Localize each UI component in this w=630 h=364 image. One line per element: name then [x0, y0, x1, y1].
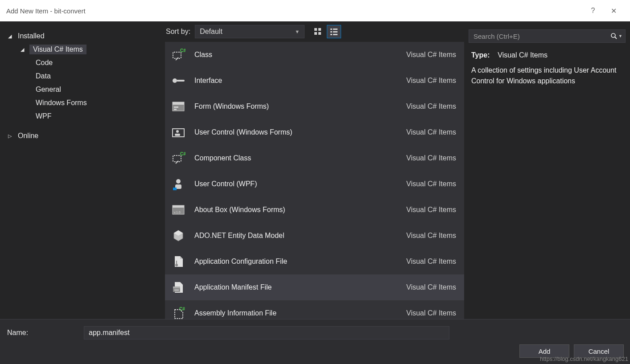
template-item-category: Visual C# Items — [406, 102, 456, 110]
sort-by-combo[interactable]: Default ▼ — [195, 25, 305, 38]
svg-rect-31 — [176, 261, 177, 264]
view-large-icons-button[interactable] — [311, 25, 325, 38]
add-button[interactable]: Add — [519, 344, 569, 358]
template-item[interactable]: v.1.0About Box (Windows Forms)Visual C# … — [165, 197, 464, 223]
tree-installed[interactable]: ◢ Installed — [2, 29, 163, 43]
asm-icon: C# — [169, 304, 187, 319]
form-icon — [169, 98, 187, 115]
name-label: Name: — [6, 329, 78, 337]
template-item[interactable]: Application Configuration FileVisual C# … — [165, 249, 464, 274]
template-item[interactable]: User Control (Windows Forms)Visual C# It… — [165, 119, 464, 145]
template-item[interactable]: User Control (WPF)Visual C# Items — [165, 171, 464, 197]
template-item-label: Form (Windows Forms) — [194, 102, 399, 110]
svg-rect-17 — [174, 106, 178, 108]
help-button[interactable]: ? — [583, 0, 603, 21]
template-item[interactable]: C#Component ClassVisual C# Items — [165, 145, 464, 171]
name-input[interactable] — [84, 326, 449, 339]
dialog-footer: Name: Add Cancel https://blog.csdn.net/k… — [0, 319, 630, 364]
template-item-label: Component Class — [194, 154, 399, 162]
component-icon: C# — [169, 149, 187, 167]
tree-item-label: Online — [17, 131, 39, 141]
template-item-label: User Control (WPF) — [194, 180, 399, 188]
search-icon[interactable]: ▼ — [610, 33, 622, 40]
tree-wpf[interactable]: WPF — [2, 110, 163, 123]
tree-code[interactable]: Code — [2, 56, 163, 70]
ado-icon — [169, 227, 187, 245]
template-item-label: Class — [194, 51, 399, 59]
details-pane: ▼ Type: Visual C# Items A collection of … — [464, 21, 630, 319]
svg-rect-26 — [173, 188, 177, 190]
tree-online[interactable]: ▷ Online — [2, 129, 163, 143]
svg-rect-21 — [175, 134, 180, 136]
svg-rect-16 — [173, 102, 184, 105]
about-icon: v.1.0 — [169, 201, 187, 219]
usercontrol-icon — [169, 123, 187, 141]
template-item-label: About Box (Windows Forms) — [194, 206, 399, 214]
expand-down-icon: ◢ — [8, 33, 14, 39]
interface-icon — [169, 72, 187, 90]
tree-item-label: Visual C# Items — [29, 45, 86, 54]
tree-item-label: Code — [35, 58, 54, 68]
svg-point-20 — [176, 130, 179, 133]
chevron-down-icon: ▼ — [618, 34, 622, 38]
close-button[interactable]: ✕ — [603, 0, 624, 21]
sort-by-label: Sort by: — [166, 28, 190, 36]
template-item[interactable]: InterfaceVisual C# Items — [165, 68, 464, 94]
template-item-category: Visual C# Items — [406, 309, 456, 317]
svg-text:v.1.0: v.1.0 — [174, 211, 181, 214]
expand-down-icon: ◢ — [21, 47, 27, 53]
svg-rect-33 — [173, 286, 180, 288]
svg-rect-9 — [333, 34, 338, 35]
chevron-down-icon: ▼ — [295, 29, 300, 34]
svg-rect-18 — [174, 109, 177, 110]
tree-item-label: Windows Forms — [35, 98, 88, 108]
cancel-button[interactable]: Cancel — [574, 344, 624, 358]
template-item[interactable]: Form (Windows Forms)Visual C# Items — [165, 94, 464, 119]
manifest-icon — [169, 278, 187, 296]
template-list[interactable]: C#ClassVisual C# ItemsInterfaceVisual C#… — [165, 42, 464, 319]
template-item-label: Application Manifest File — [194, 283, 399, 291]
svg-point-12 — [173, 78, 177, 83]
wpfuc-icon — [169, 175, 187, 193]
view-details-button[interactable] — [327, 25, 341, 38]
tree-data[interactable]: Data — [2, 70, 163, 83]
template-item[interactable]: ADO.NET Entity Data ModelVisual C# Items — [165, 223, 464, 249]
template-item[interactable]: Application Manifest FileVisual C# Items — [165, 274, 464, 300]
template-item-category: Visual C# Items — [406, 283, 456, 291]
details-description: A collection of settings including User … — [471, 65, 623, 86]
svg-text:C#: C# — [180, 151, 185, 156]
template-item-category: Visual C# Items — [406, 206, 456, 214]
template-item-category: Visual C# Items — [406, 258, 456, 266]
class-icon: C# — [169, 46, 187, 64]
svg-point-24 — [176, 179, 181, 184]
svg-rect-4 — [330, 29, 332, 30]
svg-rect-2 — [314, 32, 317, 35]
template-toolbar: Sort by: Default ▼ — [165, 21, 464, 42]
tree-visual-csharp-items[interactable]: ◢ Visual C# Items — [2, 43, 163, 56]
tree-item-label: Installed — [17, 31, 45, 41]
details-type-value: Visual C# Items — [498, 51, 548, 59]
svg-rect-3 — [318, 32, 321, 35]
tree-windows-forms[interactable]: Windows Forms — [2, 96, 163, 110]
dialog-body: ◢ Installed ◢ Visual C# Items Code Data … — [0, 21, 630, 319]
tree-item-label: General — [35, 85, 62, 94]
search-box[interactable]: ▼ — [469, 29, 626, 43]
config-icon — [169, 253, 187, 270]
tree-item-label: WPF — [35, 111, 53, 121]
sort-by-value: Default — [200, 28, 222, 36]
template-item-category: Visual C# Items — [406, 51, 456, 59]
template-item-label: Assembly Information File — [194, 309, 399, 317]
svg-rect-6 — [330, 31, 332, 33]
search-input[interactable] — [474, 33, 610, 40]
expand-right-icon: ▷ — [8, 133, 14, 139]
svg-rect-8 — [330, 34, 332, 35]
svg-rect-5 — [333, 29, 338, 30]
svg-rect-28 — [173, 205, 184, 208]
template-item[interactable]: C#Assembly Information FileVisual C# Ite… — [165, 300, 464, 319]
tree-general[interactable]: General — [2, 83, 163, 96]
template-item[interactable]: C#ClassVisual C# Items — [165, 42, 464, 68]
grid-icon — [314, 28, 322, 36]
template-item-category: Visual C# Items — [406, 232, 456, 240]
template-item-category: Visual C# Items — [406, 128, 456, 136]
svg-point-14 — [183, 80, 185, 82]
